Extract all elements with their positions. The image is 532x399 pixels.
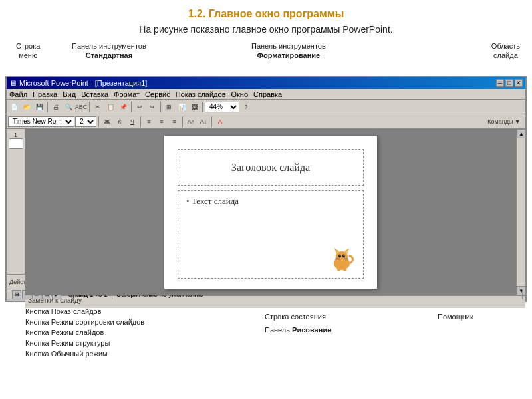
menu-window[interactable]: Окно <box>231 90 249 98</box>
font-size-select[interactable]: 24 <box>75 116 96 127</box>
font-color-icon[interactable]: A <box>214 116 226 128</box>
cat-svg <box>329 246 355 273</box>
label-knopka-pokaz: Кнопка Показ слайдов <box>25 306 102 317</box>
slide-thumbnail[interactable] <box>9 138 23 149</box>
bold-icon[interactable]: Ж <box>101 116 113 128</box>
close-button[interactable]: ✕ <box>515 79 523 87</box>
zoom-select[interactable]: 44% 100% <box>205 102 239 112</box>
slide-bullet: • <box>186 196 192 206</box>
menu-file[interactable]: Файл <box>9 90 27 98</box>
title-bar-left: 🖥 Microsoft PowerPoint - [Презентация1] <box>9 79 147 87</box>
scroll-track-v[interactable] <box>517 138 525 286</box>
undo-icon[interactable]: ↩ <box>134 101 146 113</box>
underline-icon[interactable]: Ч <box>126 116 138 128</box>
decrease-font-icon[interactable]: A↓ <box>198 116 209 128</box>
svg-rect-15 <box>337 268 340 271</box>
svg-point-1 <box>336 251 348 262</box>
slide-area-wrapper: Заголовок слайда • Текст слайда <box>25 129 525 274</box>
sep4 <box>160 102 161 112</box>
slide-number-label: 1 <box>14 132 17 138</box>
insert-table-icon[interactable]: ⊞ <box>163 101 175 113</box>
label-stroka-sostoyaniya: Строка состояния <box>265 311 326 323</box>
save-icon[interactable]: 💾 <box>33 101 45 113</box>
align-center-icon[interactable]: ≡ <box>156 116 168 128</box>
redo-icon[interactable]: ↪ <box>146 101 158 113</box>
sep2 <box>89 102 90 112</box>
slide-title-box[interactable]: Заголовок слайда <box>178 149 364 186</box>
menu-insert[interactable]: Вставка <box>81 90 108 98</box>
italic-icon[interactable]: К <box>114 116 126 128</box>
slide-canvas: Заголовок слайда • Текст слайда <box>164 136 377 289</box>
menu-slideshow[interactable]: Показ слайдов <box>176 90 226 98</box>
sep3 <box>131 102 132 112</box>
label-panel-format: Панель инструментовФорматирование <box>251 41 326 61</box>
bottom-labels: Кнопка Показ слайдов Кнопка Режим сортир… <box>5 305 527 371</box>
slide-title-text: Заголовок слайда <box>231 162 310 174</box>
svg-point-8 <box>340 255 340 257</box>
sep1 <box>47 102 48 112</box>
sep5 <box>202 102 203 112</box>
sep9 <box>211 116 212 127</box>
svg-rect-16 <box>343 268 346 271</box>
label-stroka-menu: Строка меню <box>16 41 40 61</box>
spell-icon[interactable]: ABC <box>75 101 87 113</box>
menu-format[interactable]: Формат <box>114 90 140 98</box>
window-title: Microsoft PowerPoint - [Презентация1] <box>19 79 147 87</box>
new-icon[interactable]: 📄 <box>8 101 20 113</box>
minimize-button[interactable]: ─ <box>496 79 504 87</box>
align-left-icon[interactable]: ≡ <box>143 116 155 128</box>
label-panel-risovanie: Панель Рисование <box>265 325 331 336</box>
normal-mode-button[interactable]: ⊞ <box>12 290 21 299</box>
restore-button[interactable]: □ <box>505 79 513 87</box>
label-pomoshchnik: Помощник <box>438 311 473 323</box>
svg-point-9 <box>344 255 344 257</box>
toolbar-format[interactable]: Times New Roman 24 Ж К Ч ≡ ≡ ≡ A↑ A↓ A К… <box>7 114 525 129</box>
labels-row: Строка меню Панель инструментовПанель ин… <box>5 41 527 76</box>
help-icon[interactable]: ? <box>240 101 252 113</box>
label-knopka-sortirovka: Кнопка Режим сортировки слайдов <box>25 317 144 328</box>
page-title: 1.2. Главное окно программы <box>0 0 532 24</box>
page-subtitle: На рисунке показано главное окно програм… <box>0 24 532 35</box>
menu-edit[interactable]: Правка <box>33 90 57 98</box>
label-knopka-obychny: Кнопка Обычный режим <box>25 348 108 360</box>
print-icon[interactable]: 🖨 <box>50 101 62 113</box>
label-oblast-slaida: Область слайда <box>491 41 520 61</box>
sep6 <box>98 116 99 127</box>
menu-bar[interactable]: Файл Правка Вид Вставка Формат Сервис По… <box>7 89 525 100</box>
insert-chart-icon[interactable]: 📊 <box>176 101 188 113</box>
align-right-icon[interactable]: ≡ <box>168 116 180 128</box>
cat-clipart <box>329 246 355 273</box>
slide-content-text: Текст слайда <box>192 196 239 206</box>
sep7 <box>140 116 141 127</box>
ppt-window: 🖥 Microsoft PowerPoint - [Презентация1] … <box>5 76 527 302</box>
font-name-select[interactable]: Times New Roman <box>8 116 74 127</box>
title-bar-controls[interactable]: ─ □ ✕ <box>496 79 523 87</box>
insert-clip-icon[interactable]: 🖼 <box>188 101 200 113</box>
vertical-scrollbar[interactable]: ▲ ▼ <box>516 129 525 295</box>
scroll-up-button[interactable]: ▲ <box>517 129 526 138</box>
title-bar: 🖥 Microsoft PowerPoint - [Презентация1] … <box>7 77 525 89</box>
slide-panel: 1 <box>7 129 25 274</box>
paste-icon[interactable]: 📌 <box>117 101 129 113</box>
label-panel-standard: Панель инструментовПанель инструментов С… <box>72 41 146 61</box>
menu-service[interactable]: Сервис <box>145 90 170 98</box>
menu-help[interactable]: Справка <box>253 90 282 98</box>
menu-view[interactable]: Вид <box>63 90 76 98</box>
increase-font-icon[interactable]: A↑ <box>185 116 197 128</box>
sep8 <box>182 116 183 127</box>
slide-canvas-area: Заголовок слайда • Текст слайда <box>25 129 516 295</box>
slide-and-scroll: Заголовок слайда • Текст слайда <box>25 129 525 295</box>
label-knopka-struktura: Кнопка Режим структуры <box>25 338 110 349</box>
label-knopka-slaidy: Кнопка Режим слайдов <box>25 327 104 338</box>
main-area: 1 Заголовок слайда • Текст слайда <box>7 129 525 274</box>
cut-icon[interactable]: ✂ <box>92 101 104 113</box>
slide-content-box[interactable]: • Текст слайда <box>178 190 364 279</box>
toolbar-standard[interactable]: 📄 📂 💾 🖨 🔍 ABC ✂ 📋 📌 ↩ ↪ ⊞ 📊 🖼 44% 100% ? <box>7 100 525 114</box>
preview-icon[interactable]: 🔍 <box>63 101 74 113</box>
open-icon[interactable]: 📂 <box>21 101 33 113</box>
copy-icon[interactable]: 📋 <box>104 101 116 113</box>
app-icon: 🖥 <box>9 79 17 87</box>
commands-dropdown[interactable]: Команды ▼ <box>484 116 524 128</box>
